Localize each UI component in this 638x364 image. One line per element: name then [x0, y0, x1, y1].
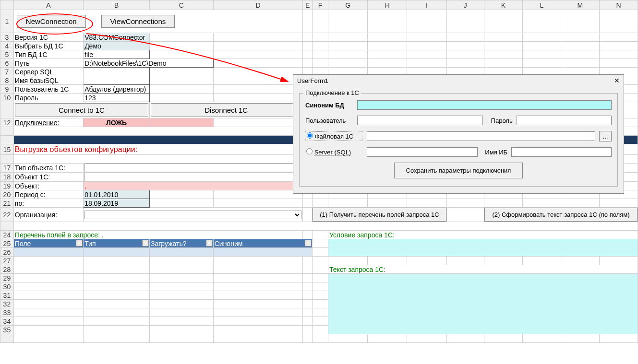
- row-header[interactable]: 12: [0, 118, 14, 127]
- col-header[interactable]: G: [328, 0, 368, 10]
- value-path[interactable]: D:\NotebookFiles\1C\Demo: [84, 59, 214, 68]
- row-header[interactable]: 10: [0, 94, 14, 102]
- server-radio-label[interactable]: Server (SQL): [305, 148, 363, 156]
- col-header[interactable]: H: [368, 0, 407, 10]
- filter-dropdown-icon[interactable]: ▾: [305, 240, 312, 247]
- col-header[interactable]: L: [522, 0, 561, 10]
- user-input[interactable]: [357, 116, 483, 125]
- object-type-dropdown[interactable]: [84, 164, 301, 172]
- row-header[interactable]: 31: [0, 291, 14, 300]
- row-header[interactable]: 32: [0, 300, 14, 308]
- row-header[interactable]: 33: [0, 308, 14, 317]
- row-header[interactable]: 7: [0, 68, 14, 76]
- object1c-dropdown[interactable]: [84, 173, 301, 181]
- filter-dropdown-icon[interactable]: ▾: [206, 240, 213, 247]
- close-icon[interactable]: ✕: [614, 77, 620, 84]
- row-header[interactable]: 24: [0, 231, 14, 239]
- col-header[interactable]: J: [446, 0, 484, 10]
- period-from-value[interactable]: 01.01.2010: [84, 190, 150, 199]
- col-header[interactable]: A: [13, 0, 83, 10]
- row-header[interactable]: [0, 102, 14, 118]
- row-header[interactable]: 8: [0, 76, 14, 85]
- row-header[interactable]: 30: [0, 282, 14, 291]
- fields-title: Перечень полей в запросе: .: [13, 231, 303, 239]
- value-sqldb[interactable]: [84, 76, 150, 85]
- row-header[interactable]: 15: [0, 144, 14, 155]
- table-row[interactable]: [84, 248, 150, 257]
- row-header[interactable]: 26: [0, 248, 14, 257]
- row-header[interactable]: 1: [0, 10, 14, 33]
- th-field[interactable]: Поле▾: [13, 239, 83, 248]
- query-text-area[interactable]: [328, 274, 638, 334]
- value-sqlserver[interactable]: [84, 68, 150, 76]
- row-header[interactable]: 5: [0, 50, 14, 59]
- row-header[interactable]: 35: [0, 326, 14, 334]
- row-header[interactable]: 4: [0, 42, 14, 50]
- object-label: Объект:: [13, 182, 83, 190]
- row-header[interactable]: 17: [0, 164, 14, 173]
- row-header[interactable]: 22: [0, 208, 14, 222]
- filter-dropdown-icon[interactable]: ▾: [76, 240, 83, 247]
- new-connection-button[interactable]: NewConnection: [17, 15, 86, 28]
- password-input[interactable]: [517, 116, 612, 125]
- row-header[interactable]: 6: [0, 59, 14, 68]
- value-pass[interactable]: 123: [84, 94, 150, 102]
- row-header[interactable]: 29: [0, 274, 14, 282]
- synonym-input[interactable]: [357, 100, 612, 110]
- file-radio-label[interactable]: Файловая 1С: [305, 131, 363, 141]
- row-header[interactable]: 25: [0, 239, 14, 248]
- label-pass: Пароль: [13, 94, 83, 102]
- col-header[interactable]: K: [484, 0, 523, 10]
- col-header[interactable]: F: [313, 0, 328, 10]
- connect-button[interactable]: Connect to 1C: [15, 103, 148, 117]
- period-to-value[interactable]: 18.09.2019: [84, 199, 150, 208]
- server-input[interactable]: [367, 147, 478, 157]
- label-dbtype: Тип БД 1С: [13, 50, 83, 59]
- org-dropdown[interactable]: [84, 211, 301, 219]
- value-version[interactable]: V83.COMConnector: [84, 33, 150, 42]
- row-header[interactable]: 3: [0, 33, 14, 42]
- table-row[interactable]: [13, 248, 83, 257]
- value-db[interactable]: Демо: [84, 42, 150, 50]
- table-row[interactable]: [213, 248, 312, 257]
- row-header[interactable]: 34: [0, 317, 14, 326]
- col-header[interactable]: I: [407, 0, 446, 10]
- disconnect-button[interactable]: Disonnect 1C: [151, 103, 301, 117]
- row-header[interactable]: 20: [0, 190, 14, 199]
- row-header[interactable]: 19: [0, 182, 14, 190]
- th-synonym[interactable]: Синоним▾: [213, 239, 312, 248]
- col-header[interactable]: N: [599, 0, 638, 10]
- browse-button[interactable]: ...: [599, 131, 612, 141]
- row-header[interactable]: 21: [0, 199, 14, 208]
- row-header[interactable]: 27: [0, 257, 14, 265]
- col-header[interactable]: D: [213, 0, 303, 10]
- col-header[interactable]: C: [150, 0, 214, 10]
- view-connections-button[interactable]: ViewConnections: [101, 15, 175, 28]
- row-header[interactable]: 18: [0, 173, 14, 182]
- file-radio[interactable]: [307, 132, 313, 139]
- table-row[interactable]: [150, 248, 214, 257]
- col-header[interactable]: E: [303, 0, 313, 10]
- connection-status: ЛОЖЬ: [84, 118, 150, 127]
- row-header[interactable]: 9: [0, 85, 14, 94]
- col-header[interactable]: M: [561, 0, 599, 10]
- server-radio[interactable]: [306, 148, 313, 154]
- dbname-label: Имя ИБ: [482, 149, 507, 156]
- dbname-input[interactable]: [511, 147, 612, 157]
- row-header[interactable]: 28: [0, 265, 14, 274]
- filter-dropdown-icon[interactable]: ▾: [142, 240, 149, 247]
- value-dbtype[interactable]: file: [84, 50, 150, 59]
- th-type[interactable]: Тип▾: [84, 239, 150, 248]
- build-query-button[interactable]: (2) Сформировать текст запроса 1С (по по…: [484, 208, 638, 222]
- th-load[interactable]: Загружать?▾: [150, 239, 214, 248]
- label-sqlserver: Сервер SQL: [13, 68, 83, 76]
- col-header[interactable]: B: [84, 0, 150, 10]
- file-path-input[interactable]: [367, 131, 595, 141]
- period-to-label: по:: [13, 199, 83, 208]
- query-condition-area[interactable]: [328, 239, 638, 257]
- save-params-button[interactable]: Сохранить параметры подключения: [394, 163, 523, 178]
- connection-frame: Подключение к 1С Синоним БД Пользователь…: [299, 93, 618, 187]
- get-fields-button[interactable]: (1) Получить перечень полей запроса 1С: [313, 208, 446, 222]
- pass-label: Пароль: [487, 117, 513, 124]
- value-user[interactable]: Абдулов (директор): [84, 85, 150, 94]
